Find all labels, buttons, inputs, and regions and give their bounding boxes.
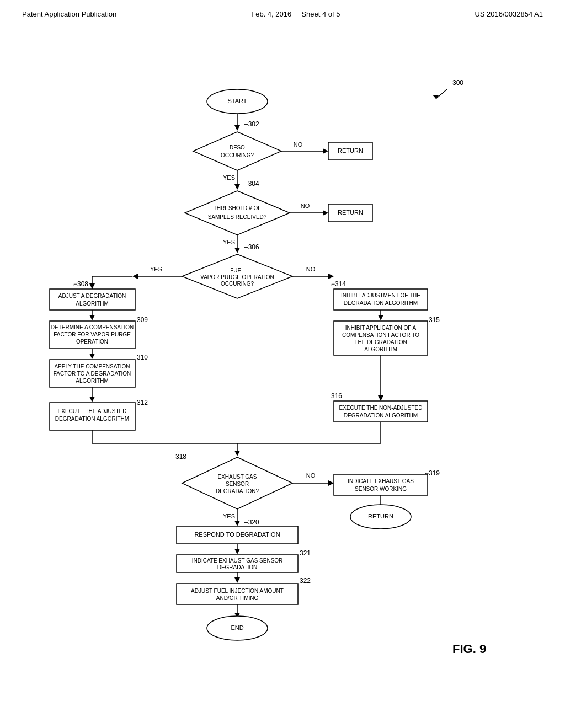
no-label-304: NO: [301, 202, 310, 209]
b316-line1: EXECUTE THE NON-ADJUSTED: [339, 405, 423, 411]
b320-label: RESPOND TO DEGRADATION: [194, 531, 280, 538]
svg-marker-16: [234, 248, 240, 253]
d318-line1: EXHAUST GAS: [218, 474, 257, 480]
diagram-container: 300 START –302 DFSO OCCURING? NO RETURN …: [0, 30, 565, 703]
b315-line4: ALGORITHM: [364, 346, 397, 352]
no-label-302: NO: [294, 141, 303, 148]
d318-line3: DEGRADATION?: [216, 488, 259, 494]
ref-304: –304: [244, 180, 259, 188]
b319-line2: SENSOR WORKING: [355, 486, 407, 492]
d306-line1: FUEL: [230, 267, 244, 274]
b308-line1: ADJUST A DEGRADATION: [58, 293, 126, 299]
svg-marker-59: [234, 577, 240, 583]
b310-line3: ALGORITHM: [76, 378, 108, 384]
b321-line2: DEGRADATION: [217, 564, 258, 570]
svg-rect-60: [177, 584, 298, 604]
b322-line1: ADJUST FUEL INJECTION AMOUNT: [191, 588, 284, 594]
svg-marker-24: [89, 315, 95, 320]
d302-line1: DFSO: [230, 144, 245, 151]
svg-marker-42: [234, 451, 240, 456]
ref-320: –320: [244, 518, 259, 526]
ref-309: 309: [137, 316, 148, 324]
ref-312: 312: [137, 399, 148, 406]
ref-302: –302: [244, 120, 259, 128]
b322-line2: AND/OR TIMING: [216, 595, 259, 601]
header-center: Feb. 4, 2016 Sheet 4 of 5: [251, 10, 340, 18]
b314-line1: INHIBIT ADJUSTMENT OF THE: [341, 292, 420, 298]
yes-label-306: YES: [150, 266, 162, 272]
ref-318: 318: [175, 453, 186, 461]
yes-label-304: YES: [223, 239, 235, 245]
figure-label: FIG. 9: [452, 642, 486, 656]
svg-marker-7: [323, 148, 328, 154]
no-label-318: NO: [306, 472, 316, 479]
svg-marker-11: [185, 191, 290, 235]
ref-322: 322: [300, 577, 311, 585]
d306-line2: VAPOR PURGE OPERATION: [200, 274, 274, 280]
d304-line2: SAMPLES RECEIVED?: [208, 214, 267, 220]
b309-line3: OPERATION: [76, 339, 108, 345]
svg-marker-5: [193, 132, 281, 170]
return1-label: RETURN: [338, 147, 363, 154]
ref-316: 316: [331, 392, 342, 400]
ref-321: 321: [300, 549, 311, 557]
svg-marker-53: [234, 521, 240, 526]
svg-marker-10: [234, 184, 240, 190]
ref-300: 300: [452, 79, 463, 87]
svg-marker-47: [328, 480, 334, 486]
svg-line-0: [436, 89, 447, 99]
b316-line2: DEGRADATION ALGORITHM: [344, 413, 418, 419]
svg-marker-34: [378, 315, 383, 320]
b310-line1: APPLY THE COMPENSATION: [54, 363, 130, 370]
page-header: Patent Application Publication Feb. 4, 2…: [0, 0, 565, 24]
b309-line2: FACTOR FOR VAPOR PURGE: [54, 331, 131, 338]
return2-label: RETURN: [338, 209, 363, 216]
b319-line1: INDICATE EXHAUST GAS: [348, 478, 414, 484]
b315-line1: INHIBIT APPLICATION OF A: [345, 325, 417, 331]
ref-306: –306: [244, 243, 259, 251]
d318-line2: SENSOR: [226, 481, 249, 487]
svg-marker-19: [132, 274, 138, 279]
b308-line2: ALGORITHM: [76, 301, 108, 307]
header-right: US 2016/0032854 A1: [475, 10, 543, 18]
d306-line3: OCCURING?: [221, 281, 254, 287]
header-left: Patent Application Publication: [22, 10, 116, 18]
yes-label-318: YES: [223, 513, 235, 520]
svg-marker-21: [328, 274, 334, 279]
svg-marker-30: [89, 397, 95, 402]
svg-marker-56: [234, 549, 240, 554]
ref-315: 315: [429, 316, 440, 324]
svg-marker-13: [323, 210, 328, 216]
return3-label: RETURN: [368, 513, 393, 520]
svg-marker-27: [89, 354, 95, 359]
d302-line2: OCCURING?: [221, 152, 254, 158]
start-label: START: [227, 98, 247, 104]
b310-line2: FACTOR TO A DEGRADATION: [54, 371, 131, 377]
b315-line3: THE DEGRADATION: [354, 339, 407, 345]
ref-310: 310: [137, 354, 148, 361]
d304-line1: THRESHOLD # OF: [214, 205, 262, 211]
yes-label-302: YES: [223, 174, 235, 181]
b314-line2: DEGRADATION ALGORITHM: [344, 300, 418, 306]
ref-314: ⌐314: [331, 280, 346, 288]
end-label: END: [231, 624, 243, 631]
b315-line2: COMPENSATION FACTOR TO: [342, 332, 419, 338]
b309-line1: DETERMINE A COMPENSATION: [51, 324, 134, 330]
ref-308: ⌐308: [73, 280, 88, 288]
b312-line1: EXECUTE THE ADJUSTED: [58, 408, 127, 414]
svg-marker-66: [89, 283, 95, 289]
b312-line2: DEGRADATION ALGORITHM: [55, 416, 129, 422]
svg-marker-4: [234, 125, 240, 131]
no-label-306: NO: [306, 266, 316, 272]
b321-line1: INDICATE EXHAUST GAS SENSOR: [192, 558, 283, 564]
svg-marker-37: [378, 395, 383, 401]
